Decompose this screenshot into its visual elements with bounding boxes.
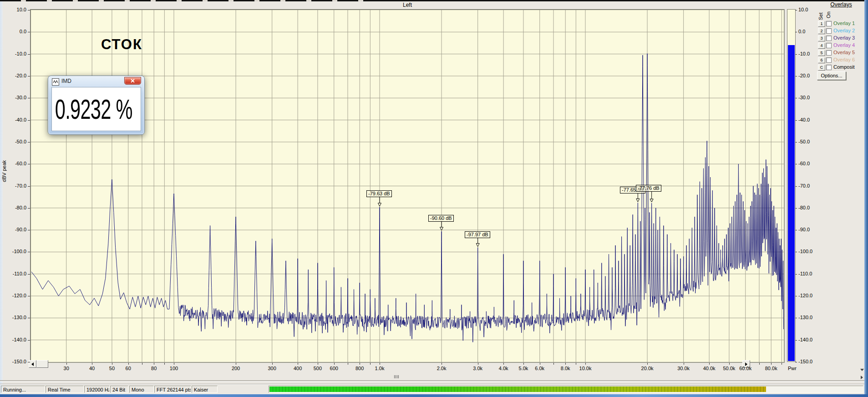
y-axis-tick <box>28 186 30 187</box>
status-field-1: Running... <box>1 386 45 393</box>
overlay-label-C: Composit <box>833 64 854 70</box>
status-field-6: FFT 262144 pts <box>154 386 191 393</box>
overlay-set-button-4[interactable]: 4 <box>818 43 825 49</box>
x-axis-tick <box>759 363 760 365</box>
spectrum-canvas[interactable] <box>31 10 784 362</box>
x-axis-tick <box>576 363 576 365</box>
y-axis-tick <box>28 318 30 318</box>
imd-dialog[interactable]: IMD 0.9232 % <box>48 76 145 135</box>
y-axis-label-right: -90.0 <box>798 227 810 232</box>
overlay-set-button-6[interactable]: 6 <box>818 57 825 63</box>
left-arrow-icon <box>31 362 34 366</box>
options-button[interactable]: Options... <box>817 71 846 80</box>
x-axis-tick <box>771 363 772 365</box>
overlay-set-button-1[interactable]: 1 <box>818 21 825 27</box>
y-axis-label: -120.0 <box>4 293 26 298</box>
spectrum-analyzer-window: Left dBV peak СТОК -79.63 dB-90.60 dB-97… <box>0 0 868 397</box>
y-axis-tick <box>28 252 30 252</box>
y-axis-label-right: -140.0 <box>798 337 812 342</box>
overlay-set-button-C[interactable]: C <box>818 65 825 71</box>
y-axis-tick-right <box>795 362 797 362</box>
spectrum-plot-area[interactable]: СТОК -79.63 dB-90.60 dB-97.97 dB-77.65 d… <box>30 9 785 363</box>
y-axis-tick-right <box>795 76 797 76</box>
x-axis-tick <box>154 363 154 365</box>
y-axis-label: -100.0 <box>4 249 26 254</box>
y-axis-label: -150.0 <box>4 359 26 364</box>
overlay-set-button-2[interactable]: 2 <box>818 28 825 34</box>
x-axis-tick <box>360 363 360 365</box>
overlay-label-1: Overlay 1 <box>833 20 855 26</box>
user-text-label: СТОК <box>101 36 142 53</box>
scrollbar-thumb[interactable] <box>36 360 48 368</box>
status-field-5: Mono <box>129 386 154 393</box>
x-axis-label: 10.0k <box>575 366 595 371</box>
y-axis-label-right: 10.0 <box>798 7 808 12</box>
overlay-checkbox-5[interactable] <box>826 50 832 56</box>
scroll-left-button[interactable] <box>29 360 36 368</box>
y-axis-tick <box>28 10 30 10</box>
x-axis-label: 80.0k <box>761 366 781 371</box>
overlay-checkbox-6[interactable] <box>826 57 832 63</box>
y-axis-label: -10.0 <box>4 51 26 56</box>
y-axis-tick-right <box>795 296 797 296</box>
y-axis-tick <box>28 32 30 32</box>
y-axis-tick <box>28 362 30 362</box>
divider <box>0 380 864 382</box>
x-axis-tick <box>318 363 318 365</box>
x-axis-label: 60 <box>118 366 138 371</box>
corner-down-arrow-icon[interactable] <box>860 369 864 371</box>
y-axis-tick-right <box>795 10 797 10</box>
x-axis-tick <box>348 363 348 365</box>
x-axis-tick <box>142 363 142 365</box>
y-axis-tick-right <box>795 230 797 230</box>
overlay-checkbox-4[interactable] <box>826 43 832 48</box>
overlay-label-4: Overlay 4 <box>833 42 855 48</box>
x-axis-label: 1.0k <box>370 366 390 371</box>
y-axis-tick <box>28 98 30 98</box>
window-right-edge <box>864 0 868 394</box>
splitter-grip-icon[interactable] <box>394 375 400 378</box>
menu-bar-remnant <box>0 0 373 1</box>
x-axis-tick <box>540 363 540 365</box>
x-axis-label: 2.0k <box>431 366 452 371</box>
imd-dialog-body: 0.9232 % <box>51 87 141 131</box>
y-axis-label: -40.0 <box>4 117 26 122</box>
overlay-set-button-3[interactable]: 3 <box>818 36 825 41</box>
y-axis-tick-right <box>795 340 797 341</box>
x-axis-tick <box>565 363 566 365</box>
y-axis-tick-right <box>795 164 797 164</box>
x-axis-tick <box>236 363 236 365</box>
x-axis-tick <box>553 363 554 365</box>
y-axis-label: -60.0 <box>4 161 26 166</box>
overlay-label-6: Overlay 6 <box>833 57 855 62</box>
y-axis-tick <box>28 164 30 164</box>
waveform-icon <box>52 78 59 86</box>
y-axis-tick-right <box>795 318 797 318</box>
y-axis-label-right: -120.0 <box>798 293 812 298</box>
peak-marker-label[interactable]: -79.63 dB <box>366 190 392 197</box>
peak-marker-label[interactable]: -77.76 dB <box>636 185 661 192</box>
overlay-checkbox-1[interactable] <box>826 21 832 26</box>
overlay-checkbox-3[interactable] <box>826 36 832 41</box>
x-axis-label: 200 <box>226 366 246 371</box>
overlay-label-3: Overlay 3 <box>833 35 855 41</box>
y-axis-label-right: -10.0 <box>798 51 810 56</box>
y-axis-label-right: -110.0 <box>798 271 812 276</box>
y-axis-label: -90.0 <box>4 227 26 232</box>
x-axis-tick <box>298 363 298 365</box>
overlay-set-button-5[interactable]: 5 <box>818 50 825 56</box>
x-axis-tick <box>92 363 92 365</box>
peak-marker-label[interactable]: -97.97 dB <box>465 231 490 238</box>
close-icon[interactable] <box>124 77 141 85</box>
x-axis-label: 40.0k <box>699 366 719 371</box>
y-axis-label: -130.0 <box>4 315 26 320</box>
x-axis-tick <box>585 363 586 365</box>
y-axis-tick-right <box>795 252 797 252</box>
corner-right-arrow-icon[interactable] <box>861 376 863 379</box>
peak-marker-label[interactable]: -90.60 dB <box>428 215 454 222</box>
overlay-checkbox-2[interactable] <box>826 28 832 34</box>
overlay-checkbox-C[interactable] <box>826 65 832 70</box>
x-axis-tick <box>746 363 746 365</box>
x-axis-label: 400 <box>288 366 308 371</box>
y-axis-label-right: -20.0 <box>798 73 810 78</box>
